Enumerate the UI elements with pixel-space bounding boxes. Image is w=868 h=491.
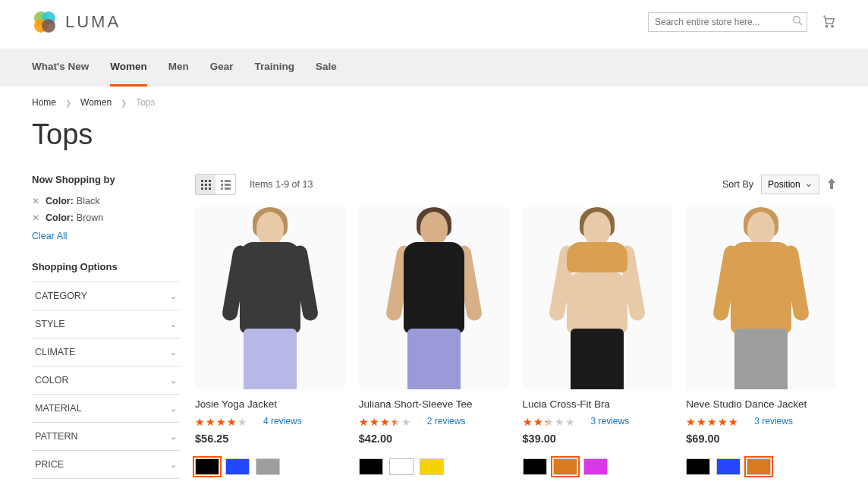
filter-option-material[interactable]: MATERIAL⌄ — [32, 394, 180, 422]
product-image[interactable] — [686, 207, 836, 389]
item-count: Items 1-9 of 13 — [250, 179, 313, 190]
filter-option-price[interactable]: PRICE⌄ — [32, 450, 180, 479]
product-card: Juliana Short-Sleeve Tee★★★★★★★★★★2 revi… — [359, 207, 509, 475]
filter-option-style[interactable]: STYLE⌄ — [32, 310, 180, 338]
view-mode-list[interactable] — [215, 175, 235, 194]
product-card: Neve Studio Dance Jacket★★★★★★★★★★3 revi… — [686, 207, 836, 475]
clear-all-link[interactable]: Clear All — [32, 231, 180, 241]
logo[interactable]: LUMA — [32, 9, 121, 35]
color-swatch[interactable] — [195, 458, 219, 475]
reviews-link[interactable]: 4 reviews — [263, 416, 302, 426]
nav-item-women[interactable]: Women — [110, 49, 147, 87]
filter-option-label: PRICE — [35, 459, 64, 470]
nav-item-what-s-new[interactable]: What's New — [32, 49, 89, 87]
sort-by-select[interactable]: Position — [761, 175, 819, 194]
filter-option-color[interactable]: COLOR⌄ — [32, 366, 180, 394]
search-box — [648, 12, 807, 32]
filter-option-label: PATTERN — [35, 431, 77, 442]
chevron-down-icon: ⌄ — [170, 432, 177, 442]
color-swatch[interactable] — [747, 458, 771, 475]
svg-rect-13 — [209, 184, 211, 186]
cart-icon[interactable] — [821, 14, 836, 31]
product-price: $56.25 — [195, 433, 345, 445]
reviews-link[interactable]: 2 reviews — [427, 416, 466, 426]
filter-option-label: MATERIAL — [35, 403, 82, 414]
chevron-right-icon: ❯ — [65, 99, 71, 107]
chevron-down-icon: ⌄ — [170, 460, 177, 470]
main-nav: What's NewWomenMenGearTrainingSale — [0, 49, 868, 87]
filter-value: Black — [77, 196, 100, 206]
filter-value: Brown — [77, 212, 103, 223]
chevron-down-icon: ⌄ — [170, 348, 177, 357]
svg-point-3 — [42, 19, 55, 33]
svg-rect-11 — [201, 184, 203, 186]
product-card: Lucia Cross-Fit Bra★★★★★★★★★★3 reviews$3… — [523, 207, 673, 475]
filter-option-category[interactable]: CATEGORY⌄ — [32, 282, 180, 310]
breadcrumb-home[interactable]: Home — [32, 97, 56, 108]
breadcrumb-women[interactable]: Women — [80, 97, 112, 108]
product-rating: ★★★★★★★★★★ — [523, 416, 583, 426]
remove-filter-icon[interactable]: ✕ — [32, 212, 39, 223]
logo-text: LUMA — [65, 12, 121, 32]
nav-item-gear[interactable]: Gear — [210, 49, 234, 87]
product-rating: ★★★★★★★★★★ — [686, 416, 747, 426]
svg-rect-15 — [205, 187, 207, 190]
svg-rect-18 — [225, 180, 231, 182]
remove-filter-icon[interactable]: ✕ — [32, 196, 39, 206]
color-swatch[interactable] — [225, 458, 250, 475]
product-name[interactable]: Lucia Cross-Fit Bra — [523, 398, 673, 410]
svg-rect-22 — [225, 187, 231, 190]
filter-option-climate[interactable]: CLIMATE⌄ — [32, 338, 180, 366]
product-image[interactable] — [359, 207, 509, 389]
product-price: $39.00 — [523, 433, 673, 445]
color-swatch[interactable] — [420, 458, 444, 475]
chevron-down-icon: ⌄ — [170, 291, 177, 301]
svg-rect-8 — [201, 180, 203, 182]
nav-item-men[interactable]: Men — [168, 49, 189, 87]
breadcrumb: Home❯Women❯Tops — [0, 87, 868, 118]
product-image[interactable] — [523, 207, 673, 389]
color-swatch[interactable] — [523, 458, 547, 475]
view-mode-grid[interactable] — [196, 175, 215, 194]
search-icon[interactable] — [792, 15, 803, 28]
filter-option-pattern[interactable]: PATTERN⌄ — [32, 422, 180, 450]
chevron-down-icon: ⌄ — [170, 319, 177, 329]
color-swatch[interactable] — [359, 458, 383, 475]
nav-item-training[interactable]: Training — [255, 49, 295, 87]
filter-option-label: COLOR — [35, 375, 68, 386]
svg-rect-19 — [221, 184, 223, 186]
page-title: Tops — [0, 118, 868, 166]
svg-point-4 — [793, 16, 800, 23]
product-name[interactable]: Juliana Short-Sleeve Tee — [359, 398, 509, 410]
chevron-down-icon: ⌄ — [170, 376, 177, 386]
filter-option-label: STYLE — [35, 319, 65, 329]
product-card: Josie Yoga Jacket★★★★★★★★★★4 reviews$56.… — [195, 207, 345, 475]
product-price: $69.00 — [686, 433, 836, 445]
chevron-right-icon: ❯ — [121, 99, 127, 107]
sort-by-label: Sort By — [722, 179, 753, 190]
view-mode-switcher — [195, 174, 236, 195]
color-swatch[interactable] — [716, 458, 741, 475]
search-input[interactable] — [648, 12, 807, 32]
svg-rect-10 — [209, 180, 211, 182]
now-shopping-by-title: Now Shopping by — [32, 174, 180, 185]
product-rating: ★★★★★★★★★★ — [359, 416, 420, 426]
nav-item-sale[interactable]: Sale — [316, 49, 337, 87]
product-name[interactable]: Neve Studio Dance Jacket — [686, 398, 836, 410]
sort-direction-toggle[interactable] — [827, 178, 836, 191]
color-swatch[interactable] — [553, 458, 577, 475]
svg-rect-17 — [221, 180, 223, 182]
reviews-link[interactable]: 3 reviews — [591, 416, 630, 426]
svg-rect-9 — [205, 180, 207, 182]
reviews-link[interactable]: 3 reviews — [754, 416, 793, 426]
product-name[interactable]: Josie Yoga Jacket — [195, 398, 345, 410]
chevron-down-icon: ⌄ — [170, 404, 177, 414]
filter-option-label: CLIMATE — [35, 347, 75, 357]
color-swatch[interactable] — [583, 458, 608, 475]
color-swatch[interactable] — [686, 458, 710, 475]
color-swatch[interactable] — [256, 458, 280, 475]
product-image[interactable] — [195, 207, 345, 389]
svg-point-7 — [832, 25, 834, 27]
color-swatch[interactable] — [389, 458, 414, 475]
svg-rect-21 — [221, 187, 223, 190]
